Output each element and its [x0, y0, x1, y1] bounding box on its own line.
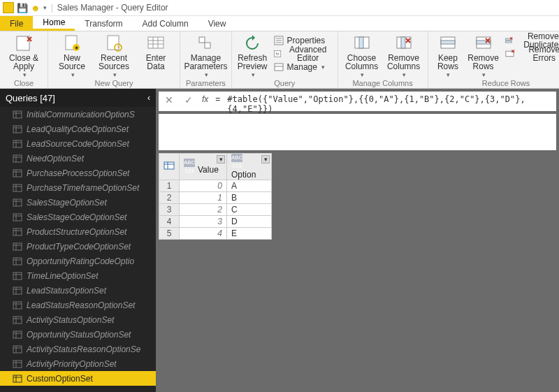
advanced-editor-button[interactable]: fx Advanced Editor — [273, 48, 332, 60]
cell-value[interactable]: 3 — [180, 216, 227, 228]
enter-data-button[interactable]: Enter Data — [138, 34, 174, 71]
remove-errors-button[interactable]: Remove Errors — [504, 48, 559, 60]
svg-rect-87 — [13, 258, 22, 265]
query-item-label: NeedOptionSet — [27, 154, 84, 164]
table-row[interactable]: 10A — [159, 180, 272, 192]
dropdown-icon[interactable]: ▾ — [43, 4, 47, 11]
cell-option[interactable]: C — [227, 204, 272, 216]
queries-pane-header[interactable]: Queries [47] ‹ — [0, 89, 156, 107]
svg-rect-114 — [164, 162, 174, 169]
column-dropdown-icon[interactable]: ▾ — [261, 155, 270, 164]
table-icon — [13, 242, 22, 251]
table-row[interactable]: 32C — [159, 204, 272, 216]
tab-transform[interactable]: Transform — [75, 16, 132, 31]
svg-rect-60 — [13, 126, 22, 133]
tab-file[interactable]: File — [0, 16, 33, 31]
query-item[interactable]: OpportunityRatingCodeOptio — [0, 254, 156, 268]
table-icon — [13, 154, 22, 163]
query-item[interactable]: LeadStatusReasonOptionSet — [0, 298, 156, 312]
formula-bar: ✕ ✓ fx = #table({"Value","Option"},{{0,"… — [156, 89, 559, 114]
query-item[interactable]: LeadStatusOptionSet — [0, 283, 156, 298]
query-item[interactable]: InitialCommunicationOptionS — [0, 107, 156, 122]
column-header-value[interactable]: ABC123Value▾ — [180, 154, 227, 180]
query-item[interactable]: PurchaseTimeframeOptionSet — [0, 180, 156, 195]
collapse-icon[interactable]: ‹ — [147, 93, 150, 103]
save-icon[interactable]: 💾 — [17, 3, 28, 13]
properties-icon — [273, 35, 284, 46]
tab-home[interactable]: Home — [33, 16, 75, 31]
query-item[interactable]: TimeLineOptionSet — [0, 268, 156, 283]
close-apply-icon — [15, 34, 33, 52]
ribbon: Close & Apply Close ★ New Source Recent … — [0, 31, 559, 89]
fx-icon[interactable]: fx — [202, 94, 208, 104]
svg-rect-24 — [275, 64, 283, 71]
type-icon: ABC123 — [231, 154, 242, 162]
group-managecols-label: Manage Columns — [352, 79, 412, 87]
close-apply-button[interactable]: Close & Apply — [6, 34, 42, 79]
cell-option[interactable]: A — [227, 180, 272, 192]
table-icon — [13, 286, 22, 295]
cell-option[interactable]: E — [227, 228, 272, 240]
window-title: Sales Manager - Query Editor — [57, 3, 168, 13]
title-bar: 💾 ☻ ▾ | Sales Manager - Query Editor — [0, 0, 559, 16]
column-dropdown-icon[interactable]: ▾ — [217, 155, 225, 164]
cell-option[interactable]: D — [227, 216, 272, 228]
main-area: ✕ ✓ fx = #table({"Value","Option"},{{0,"… — [156, 89, 559, 392]
recent-sources-button[interactable]: Recent Sources — [96, 34, 132, 79]
row-number: 4 — [159, 216, 180, 228]
svg-rect-99 — [13, 317, 22, 324]
cell-value[interactable]: 2 — [180, 204, 227, 216]
smiley-icon[interactable]: ☻ — [31, 3, 41, 13]
query-item[interactable]: ActivityStatusOptionSet — [0, 312, 156, 327]
query-item[interactable]: NeedOptionSet — [0, 151, 156, 166]
query-item[interactable]: LeadSourceCodeOptionSet — [0, 136, 156, 151]
svg-rect-72 — [13, 184, 22, 191]
query-item[interactable]: ActivityStatusReasonOptionSe — [0, 342, 156, 356]
table-row[interactable]: 43D — [159, 216, 272, 228]
cancel-formula-icon[interactable]: ✕ — [163, 94, 175, 106]
keep-rows-button[interactable]: Keep Rows — [434, 34, 463, 79]
query-item-label: ActivityStatusReasonOptionSe — [27, 344, 140, 354]
remove-columns-button[interactable]: Remove Columns — [386, 34, 422, 79]
remove-rows-button[interactable]: Remove Rows — [467, 34, 499, 79]
remove-rows-icon — [474, 34, 493, 52]
table-row[interactable]: 21B — [159, 192, 272, 204]
table-row[interactable]: 54E — [159, 228, 272, 240]
query-item-label: ActivityStatusOptionSet — [27, 315, 114, 325]
grid-corner[interactable] — [159, 154, 180, 180]
query-item[interactable]: ProductTypeCodeOptionSet — [0, 239, 156, 254]
cell-value[interactable]: 4 — [180, 228, 227, 240]
commit-formula-icon[interactable]: ✓ — [182, 94, 195, 106]
column-header-option[interactable]: ABC123Option▾ — [227, 154, 272, 180]
equals-label: = — [215, 94, 220, 104]
ribbon-tabs: File Home Transform Add Column View — [0, 16, 559, 31]
cell-value[interactable]: 0 — [180, 180, 227, 192]
queries-pane: Queries [47] ‹ InitialCommunicationOptio… — [0, 89, 156, 392]
choose-columns-button[interactable]: Choose Columns — [344, 34, 380, 79]
remove-columns-icon — [395, 34, 413, 52]
query-item[interactable]: SalesStageOptionSet — [0, 195, 156, 210]
svg-rect-16 — [205, 43, 210, 48]
svg-rect-6 — [108, 36, 119, 50]
query-item[interactable]: ActivityPriorityOptionSet — [0, 356, 156, 371]
group-query-label: Query — [274, 79, 295, 87]
tab-view[interactable]: View — [198, 16, 236, 31]
cell-option[interactable]: B — [227, 192, 272, 204]
new-source-button[interactable]: ★ New Source — [54, 34, 90, 79]
formula-input[interactable]: #table({"Value","Option"},{{0,"A"},{1,"B… — [227, 94, 552, 114]
table-icon — [13, 184, 22, 192]
queries-header-text: Queries [47] — [6, 93, 55, 103]
query-item[interactable]: CustomOptionSet — [0, 371, 156, 386]
svg-rect-0 — [17, 36, 29, 50]
query-item[interactable]: OpportunityStatusOptionSet — [0, 327, 156, 342]
refresh-preview-button[interactable]: Refresh Preview — [238, 34, 268, 79]
query-item[interactable]: PurchaseProcessOptionSet — [0, 166, 156, 180]
manage-parameters-button[interactable]: Manage Parameters — [187, 34, 224, 79]
query-item[interactable]: LeadQualityCodeOptionSet — [0, 122, 156, 136]
query-item[interactable]: ProductStructureOptionSet — [0, 224, 156, 239]
tab-add-column[interactable]: Add Column — [133, 16, 198, 31]
query-item[interactable]: SalesStageCodeOptionSet — [0, 210, 156, 224]
cell-value[interactable]: 1 — [180, 192, 227, 204]
formula-extra-space — [159, 114, 556, 150]
manage-query-button[interactable]: Manage — [273, 61, 332, 73]
